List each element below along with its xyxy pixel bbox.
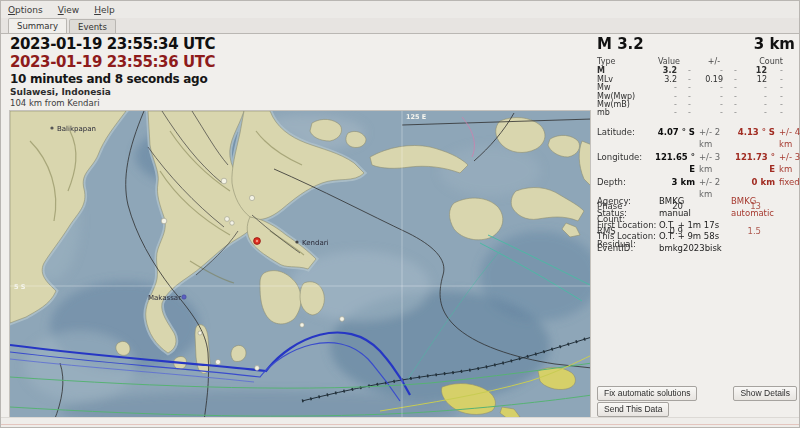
- event-id-row: EventID:bmkg2023bisk: [597, 243, 797, 255]
- region-name: Sulawesi, Indonesia: [10, 87, 111, 97]
- makassar-dot: [182, 295, 186, 299]
- automatic-origin-time: 2023-01-19 23:55:36 UTC: [10, 53, 215, 71]
- status-row: Status:manualautomatic: [597, 208, 797, 220]
- kendari-dot: [295, 240, 298, 243]
- fix-automatic-solutions-button[interactable]: Fix automatic solutions: [597, 386, 697, 401]
- menu-bar: Options View Help: [1, 1, 799, 19]
- menu-options[interactable]: Options: [8, 5, 43, 15]
- first-location-row: First Location:O.T. + 1m 17s: [597, 220, 797, 232]
- origin-time: 2023-01-19 23:55:34 UTC: [10, 35, 215, 53]
- send-this-data-button[interactable]: Send This Data: [597, 402, 669, 417]
- magnitude-table: Type Value +/- Count M3.2---12- MLv3.2-0…: [597, 58, 795, 118]
- magnitude-row[interactable]: mb------: [597, 109, 795, 117]
- tab-summary[interactable]: Summary: [8, 18, 67, 33]
- menu-help[interactable]: Help: [94, 5, 115, 15]
- show-details-button[interactable]: Show Details: [733, 386, 797, 401]
- tab-events[interactable]: Events: [69, 19, 116, 33]
- longitude-row: Longitude:121.65 ° E+/- 3 km121.73 ° E+/…: [597, 151, 797, 176]
- lat-grid-label: 5 S: [14, 283, 26, 291]
- depth-value: 3 km: [754, 35, 795, 53]
- map[interactable]: 125 E 5 S Balikpapan: [10, 111, 590, 421]
- kendari-label: Kendari: [302, 239, 329, 247]
- magnitude-table-header: Type Value +/- Count: [597, 58, 795, 66]
- agency-row: Agency:BMKGBMKG: [597, 196, 797, 208]
- menu-view[interactable]: View: [58, 5, 79, 15]
- epicenter-marker: [254, 238, 261, 245]
- balikpapan-dot: [50, 126, 53, 129]
- map-widget[interactable]: 125 E 5 S Balikpapan: [9, 110, 591, 422]
- main-window: Options View Help Summary Events 2023-01…: [0, 0, 800, 428]
- summary-page: 2023-01-19 23:55:34 UTC 2023-01-19 23:55…: [1, 33, 799, 427]
- event-summary-panel: M 3.2 3 km Type Value +/- Count M3.2---1…: [593, 34, 797, 419]
- reference-distance: 104 km from Kendari: [10, 98, 100, 108]
- balikpapan-label: Balikpapan: [57, 125, 96, 133]
- this-location-row: This Location:O.T. + 9m 58s: [597, 231, 797, 243]
- meta-table: Agency:BMKGBMKG Status:manualautomatic F…: [597, 196, 797, 255]
- lon-grid-label: 125 E: [406, 113, 426, 121]
- elapsed-time: 10 minutes and 8 seconds ago: [10, 72, 207, 86]
- latitude-row: Latitude:4.07 ° S+/- 2 km4.13 ° S+/- 4 k…: [597, 126, 797, 151]
- magnitude-value: M 3.2: [597, 35, 644, 53]
- tab-bar: Summary Events: [1, 18, 799, 33]
- makassar-label: Makassar: [148, 294, 181, 302]
